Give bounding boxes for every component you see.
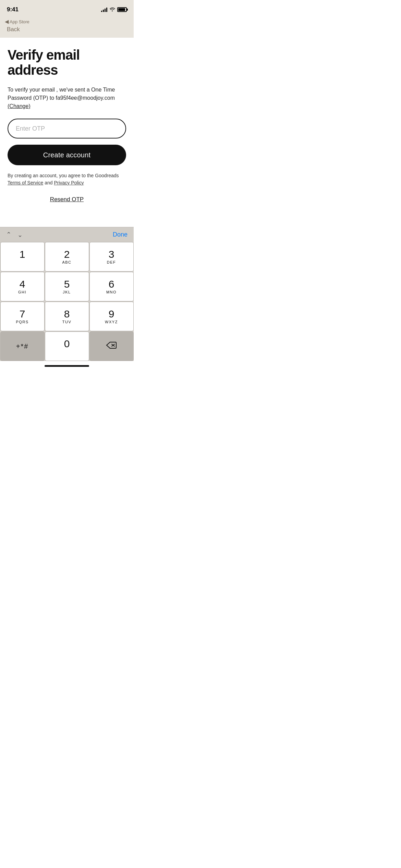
numeric-keyboard: 1 2 ABC 3 DEF 4 GHI 5 JKL 6 MNO 7 PQRS 8…: [0, 242, 134, 361]
change-email-link[interactable]: (Change): [8, 103, 31, 109]
key-2[interactable]: 2 ABC: [45, 242, 89, 272]
toolbar-up-arrow[interactable]: ⌃: [6, 231, 11, 238]
terms-of-service-link[interactable]: Terms of Service: [8, 180, 43, 185]
page-title: Verify email address: [8, 47, 126, 77]
toolbar-down-arrow[interactable]: ⌃: [17, 231, 23, 238]
key-0[interactable]: 0: [45, 331, 89, 361]
resend-otp-link[interactable]: Resend OTP: [8, 196, 126, 203]
key-4[interactable]: 4 GHI: [0, 272, 45, 301]
status-time: 9:41: [7, 6, 19, 13]
otp-input[interactable]: [8, 119, 126, 138]
home-indicator: [0, 361, 134, 370]
app-store-label: App Store: [10, 19, 29, 24]
key-1[interactable]: 1: [0, 242, 45, 272]
key-9[interactable]: 9 WXYZ: [89, 302, 134, 331]
terms-part1: By creating an account, you agree to the…: [8, 173, 119, 178]
key-8[interactable]: 8 TUV: [45, 302, 89, 331]
keyboard-done-button[interactable]: Done: [113, 231, 127, 238]
battery-icon: [117, 7, 127, 12]
key-3[interactable]: 3 DEF: [89, 242, 134, 272]
terms-part2: and: [43, 180, 54, 185]
key-backspace[interactable]: [89, 331, 134, 361]
home-bar: [45, 365, 89, 367]
main-content: Verify email address To verify your emai…: [0, 38, 134, 227]
wifi-icon: [109, 7, 115, 12]
privacy-policy-link[interactable]: Privacy Policy: [54, 180, 84, 185]
otp-input-wrapper: [8, 119, 126, 138]
key-6[interactable]: 6 MNO: [89, 272, 134, 301]
app-store-back-chevron: ◀: [5, 19, 9, 25]
terms-text: By creating an account, you agree to the…: [8, 172, 126, 186]
status-bar: 9:41: [0, 0, 134, 17]
toolbar-nav: ⌃ ⌃: [6, 231, 23, 238]
create-account-button[interactable]: Create account: [8, 145, 126, 165]
status-icons: [101, 7, 127, 12]
key-symbols[interactable]: +*#: [0, 331, 45, 361]
backspace-icon: [106, 341, 117, 351]
description-text: To verify your email , we've sent a One …: [8, 87, 115, 101]
nav-bar: ◀ App Store Back: [0, 17, 134, 38]
key-7[interactable]: 7 PQRS: [0, 302, 45, 331]
signal-icon: [101, 7, 107, 12]
description: To verify your email , we've sent a One …: [8, 86, 126, 110]
key-5[interactable]: 5 JKL: [45, 272, 89, 301]
keyboard-toolbar: ⌃ ⌃ Done: [0, 227, 134, 242]
back-button[interactable]: Back: [0, 25, 134, 38]
